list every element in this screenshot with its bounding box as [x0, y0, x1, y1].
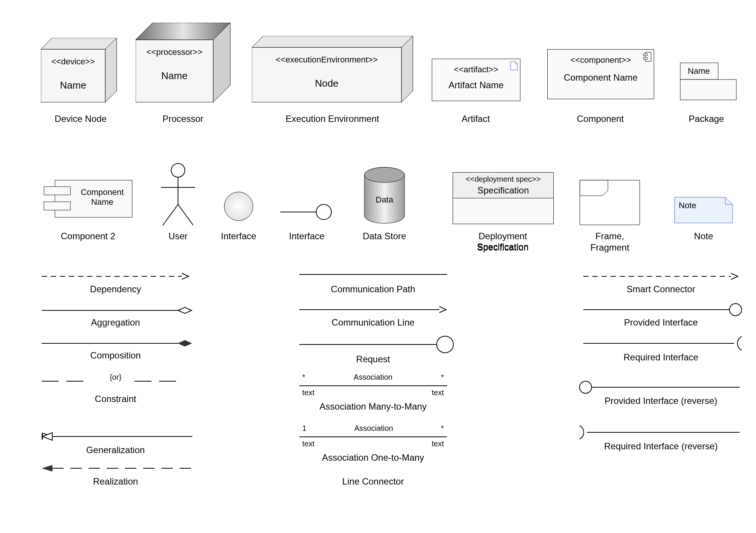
assoc-mm-text-right: text: [432, 388, 444, 397]
svg-rect-15: [44, 187, 70, 195]
dependency-line: [42, 273, 189, 280]
processor-shape: <<processor>> Name: [136, 23, 234, 108]
svg-marker-2: [105, 38, 117, 102]
composition-caption: Composition: [42, 350, 189, 361]
required-interface-rev-caption: Required Interface (reverse): [583, 441, 739, 452]
svg-rect-16: [44, 202, 70, 210]
interface-lollipop: [280, 203, 333, 223]
component-caption: Component: [547, 114, 653, 124]
assoc-mm-group: * Association * text text: [299, 373, 447, 397]
required-interface-rev-line: [579, 424, 740, 441]
data-store-caption: Data Store: [354, 231, 415, 242]
comm-line-line: [299, 306, 447, 313]
note-caption: Note: [674, 231, 733, 242]
artifact-caption: Artifact: [432, 114, 520, 124]
required-interface-line: [583, 335, 742, 352]
assoc-mm-caption: Association Many-to-Many: [299, 401, 447, 412]
assoc-om-text-right: text: [432, 439, 444, 448]
svg-point-24: [316, 204, 331, 220]
deploy-spec-name: Specification: [453, 184, 553, 196]
svg-rect-11: [644, 58, 647, 59]
realization-line: [42, 464, 193, 473]
artifact-stereo: <<artifact>>: [432, 65, 520, 75]
device-node-caption: Device Node: [41, 114, 120, 124]
exec-env-stereo: <<executionEnvironment>>: [252, 55, 401, 65]
comm-path-line: [299, 273, 447, 276]
realization-caption: Realization: [42, 476, 189, 487]
svg-marker-32: [178, 340, 192, 346]
assoc-om-word: Association: [355, 424, 393, 433]
comm-line-caption: Communication Line: [299, 317, 447, 328]
svg-point-50: [729, 304, 742, 316]
assoc-mm-star-left: *: [302, 373, 305, 382]
processor-name: Name: [136, 70, 213, 82]
component-icon: [643, 52, 651, 62]
component-stereo: <<component>>: [548, 55, 654, 65]
assoc-om-caption: Association One-to-Many: [299, 452, 447, 463]
interface-circle: [223, 191, 254, 223]
user-shape: [157, 163, 199, 229]
interface1-caption: Interface: [214, 231, 263, 242]
comm-path-caption: Communication Path: [299, 284, 447, 295]
svg-marker-30: [178, 307, 192, 313]
artifact-name: Artifact Name: [432, 80, 520, 90]
package-name: Name: [680, 66, 718, 76]
document-icon: [510, 61, 518, 70]
composition-line: [42, 339, 193, 348]
component2-caption: Component 2: [44, 231, 133, 242]
smart-connector-line: [583, 273, 739, 280]
assoc-om-one: 1: [302, 424, 306, 433]
constraint-caption: Constraint: [42, 394, 189, 404]
smart-connector-caption: Smart Connector: [583, 284, 739, 295]
generalization-caption: Generalization: [42, 445, 189, 455]
exec-env-shape: <<executionEnvironment>> Node: [252, 36, 415, 108]
note-name: Note: [679, 201, 696, 210]
processor-stereo: <<processor>>: [136, 47, 213, 57]
frame-captionA: Frame,: [576, 231, 644, 242]
provided-interface-rev-line: [579, 380, 740, 394]
exec-env-name: Node: [252, 78, 401, 89]
request-line: [299, 335, 455, 354]
aggregation-caption: Aggregation: [42, 317, 189, 328]
package-caption: Package: [674, 114, 739, 124]
deploy-spec-stereo: <<deployment spec>>: [453, 175, 553, 184]
data-store-shape: Data: [364, 167, 405, 227]
component2-name: Component Name: [74, 187, 131, 207]
deploy-spec-shape: <<deployment spec>> Specification: [453, 172, 554, 224]
device-node-name: Name: [41, 79, 105, 91]
artifact-shape: <<artifact>> Artifact Name: [432, 59, 520, 101]
note-shape: Note: [674, 197, 733, 225]
component-shape: <<component>> Component Name: [547, 49, 654, 99]
svg-point-45: [437, 336, 453, 353]
data-store-name: Data: [364, 195, 405, 205]
svg-marker-7: [252, 36, 413, 47]
processor-caption: Processor: [136, 114, 230, 124]
assoc-mm-text-left: text: [302, 388, 314, 397]
assoc-mm-star-right: *: [441, 373, 444, 382]
svg-rect-13: [680, 79, 736, 100]
frame-captionB: Fragment: [576, 242, 644, 253]
assoc-mm-word: Association: [354, 373, 392, 382]
svg-line-20: [163, 204, 178, 225]
svg-point-52: [579, 381, 592, 393]
generalization-line: [42, 432, 193, 441]
svg-marker-41: [42, 465, 52, 471]
dependency-caption: Dependency: [42, 284, 189, 295]
exec-env-caption: Execution Environment: [252, 114, 413, 124]
assoc-om-text-left: text: [302, 439, 314, 448]
device-node-shape: <<device>> Name: [41, 38, 120, 108]
interface2-caption: Interface: [280, 231, 333, 242]
svg-point-17: [171, 164, 185, 177]
svg-marker-1: [41, 38, 117, 49]
svg-rect-10: [644, 54, 647, 56]
provided-interface-caption: Provided Interface: [583, 317, 739, 328]
package-shape: Name: [680, 62, 737, 102]
uml-deployment-stencil-diagram: <<device>> Name Device Node <<processor>…: [0, 0, 756, 533]
aggregation-line: [42, 306, 193, 315]
svg-line-21: [178, 204, 193, 225]
deploy-spec-captionB: Specification: [453, 242, 553, 253]
frame-shape: [579, 180, 640, 227]
user-caption: User: [153, 231, 203, 242]
svg-point-26: [364, 167, 405, 182]
provided-interface-line: [583, 303, 742, 316]
